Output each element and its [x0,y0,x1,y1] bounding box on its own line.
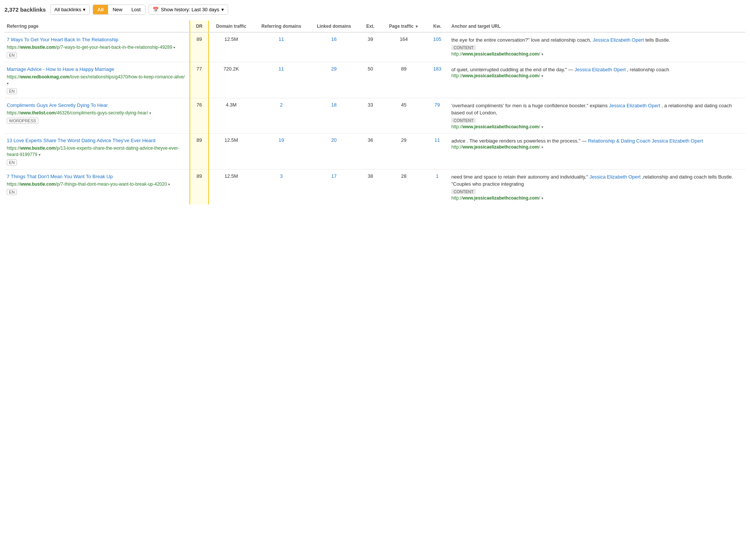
anchor-text: of quiet, uninterrupted cuddling at the … [451,66,743,74]
lang-badge: EN [7,189,17,195]
dr-value: 77 [190,62,209,98]
kw-value[interactable]: 11 [425,133,449,169]
anchor-cell: advice . The verbiage renders us powerle… [449,133,745,169]
col-anchor-url: Anchor and target URL [449,21,745,32]
page-traffic-value: 164 [382,32,425,62]
expand-icon[interactable]: ▾ [541,125,543,129]
page-traffic-value: 89 [382,62,425,98]
anchor-text: 'overheard compliments' for men is a hug… [451,102,743,117]
page-traffic-value: 45 [382,98,425,133]
chevron-down-icon: ▾ [83,7,86,12]
page-url[interactable]: https://www.thelist.com/46326/compliment… [7,110,187,116]
calendar-icon: 📅 [153,7,159,12]
ref-domains-value[interactable]: 3 [253,169,310,204]
ref-domains-value[interactable]: 11 [253,32,310,62]
page-title[interactable]: Marriage Advice - How to Have a Happy Ma… [7,66,187,73]
history-dropdown[interactable]: 📅 Show history: Last 30 days ▾ [149,5,228,15]
expand-icon[interactable]: ▾ [541,145,543,149]
page-title[interactable]: 7 Ways To Get Your Heart Back In The Rel… [7,36,187,43]
chevron-down-icon: ▾ [221,7,224,12]
referring-page-cell: Marriage Advice - How to Have a Happy Ma… [5,62,190,98]
col-referring-domains: Referring domains [253,21,310,32]
filter-lost-button[interactable]: Lost [127,5,145,14]
ref-domains-value[interactable]: 2 [253,98,310,133]
backlinks-filter-dropdown[interactable]: All backlinks ▾ [50,5,90,15]
anchor-text: the eye for the entire conversation?" lo… [451,36,743,44]
target-url[interactable]: http://www.jessicaelizabethcoaching.com/… [451,124,743,129]
kw-value[interactable]: 183 [425,62,449,98]
anchor-cell: of quiet, uninterrupted cuddling at the … [449,62,745,98]
page-url[interactable]: https://www.bustle.com/p/7-things-that-d… [7,181,187,188]
anchor-link[interactable]: Relationship & Dating Coach Jessica Eliz… [588,138,703,144]
linked-domains-value[interactable]: 29 [310,62,359,98]
col-page-traffic[interactable]: Page traffic ▼ [382,21,425,32]
ext-value: 50 [359,62,382,98]
kw-value[interactable]: 79 [425,98,449,133]
anchor-text: advice . The verbiage renders us powerle… [451,137,743,145]
filter-new-button[interactable]: New [108,5,127,14]
domain-traffic-value: 12.5M [209,32,253,62]
page-title[interactable]: 13 Love Experts Share The Worst Dating A… [7,137,187,144]
col-dr: DR [190,21,209,32]
col-referring-page: Referring page [5,21,190,32]
page-traffic-value: 29 [382,133,425,169]
content-badge: CONTENT [451,189,476,194]
sort-icon: ▼ [415,24,419,29]
target-url[interactable]: http://www.jessicaelizabethcoaching.com/… [451,195,743,201]
page-title[interactable]: Compliments Guys Are Secretly Dying To H… [7,102,187,109]
table-row: 13 Love Experts Share The Worst Dating A… [5,133,745,169]
anchor-link[interactable]: Jessica Elizabeth Opert [593,37,644,43]
backlinks-count: 2,372 backlinks [5,6,46,13]
col-domain-traffic: Domain traffic [209,21,253,32]
toolbar: 2,372 backlinks All backlinks ▾ All New … [5,5,745,15]
lang-badge: EN [7,52,17,58]
referring-page-cell: Compliments Guys Are Secretly Dying To H… [5,98,190,133]
anchor-link[interactable]: Jessica Elizabeth Opert [589,174,641,180]
target-url[interactable]: http://www.jessicaelizabethcoaching.com/… [451,73,743,78]
linked-domains-value[interactable]: 20 [310,133,359,169]
linked-domains-value[interactable]: 17 [310,169,359,204]
dr-value: 89 [190,32,209,62]
linked-domains-value[interactable]: 16 [310,32,359,62]
ext-value: 33 [359,98,382,133]
lang-badge: EN [7,88,17,94]
page-url[interactable]: https://www.bustle.com/p/13-love-experts… [7,145,187,158]
domain-traffic-value: 4.3M [209,98,253,133]
target-url[interactable]: http://www.jessicaelizabethcoaching.com/… [451,51,743,57]
dr-value: 89 [190,133,209,169]
content-badge: CONTENT [451,118,476,123]
anchor-link[interactable]: Jessica Elizabeth Opert [574,67,626,72]
page-url[interactable]: https://www.bustle.com/p/7-ways-to-get-y… [7,44,187,51]
ext-value: 39 [359,32,382,62]
dr-value: 76 [190,98,209,133]
target-url[interactable]: http://www.jessicaelizabethcoaching.com/… [451,144,743,150]
anchor-cell: 'overheard compliments' for men is a hug… [449,98,745,133]
kw-value[interactable]: 105 [425,32,449,62]
col-linked-domains: Linked domains [310,21,359,32]
expand-icon[interactable]: ▾ [541,196,543,200]
domain-traffic-value: 720.2K [209,62,253,98]
table-row: Marriage Advice - How to Have a Happy Ma… [5,62,745,98]
anchor-text: need time and space to retain their auto… [451,173,743,188]
ext-value: 38 [359,169,382,204]
page-url[interactable]: https://www.redbookmag.com/love-sex/rela… [7,74,187,87]
referring-page-cell: 13 Love Experts Share The Worst Dating A… [5,133,190,169]
referring-page-cell: 7 Ways To Get Your Heart Back In The Rel… [5,32,190,62]
domain-traffic-value: 12.5M [209,133,253,169]
table-row: 7 Things That Don't Mean You Want To Bre… [5,169,745,204]
table-row: 7 Ways To Get Your Heart Back In The Rel… [5,32,745,62]
page-title[interactable]: 7 Things That Don't Mean You Want To Bre… [7,173,187,180]
ref-domains-value[interactable]: 19 [253,133,310,169]
anchor-cell: the eye for the entire conversation?" lo… [449,32,745,62]
ref-domains-value[interactable]: 11 [253,62,310,98]
anchor-link[interactable]: Jessica Elizabeth Opert [609,103,660,108]
kw-value[interactable]: 1 [425,169,449,204]
anchor-cell: need time and space to retain their auto… [449,169,745,204]
expand-icon[interactable]: ▾ [541,52,543,56]
table-row: Compliments Guys Are Secretly Dying To H… [5,98,745,133]
lang-badge: EN [7,159,17,165]
expand-icon[interactable]: ▾ [541,74,543,78]
filter-group: All New Lost [93,5,146,15]
linked-domains-value[interactable]: 18 [310,98,359,133]
filter-all-button[interactable]: All [93,5,108,14]
